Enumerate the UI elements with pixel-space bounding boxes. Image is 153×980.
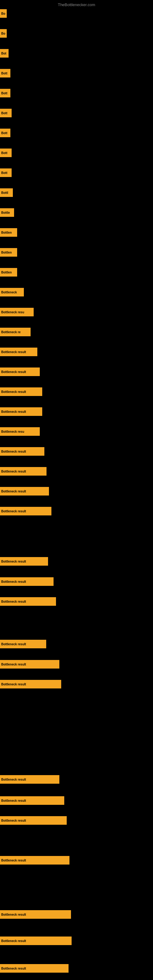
- bar-row: Bottleneck result: [0, 937, 72, 945]
- bar-row: Bott: [0, 129, 10, 137]
- bar-label: Bottlen: [1, 251, 12, 254]
- bar-row: Bottleneck result: [0, 856, 70, 865]
- bar-row: Bott: [0, 169, 12, 177]
- bar-label: Bo: [1, 12, 5, 15]
- bar-row: Bott: [0, 69, 10, 78]
- bar-label: Bottleneck result: [1, 643, 26, 646]
- bar-row: Bottleneck re: [0, 328, 30, 336]
- bar-row: Bottleneck result: [0, 387, 42, 396]
- bar-label: Bottleneck result: [1, 510, 26, 513]
- bar-row: Bottleneck result: [0, 660, 59, 668]
- bar-row: Bottleneck result: [0, 775, 59, 784]
- bar-label: Bottleneck result: [1, 600, 26, 603]
- bar-row: Bottlen: [0, 268, 17, 277]
- bar-label: Bottleneck result: [1, 470, 26, 473]
- bar-label: Bottlen: [1, 231, 12, 234]
- bar-label: Bott: [1, 131, 7, 135]
- bar-row: Bottleneck result: [0, 348, 37, 356]
- bar-label: Bottlen: [1, 271, 12, 274]
- bar-row: Bottlen: [0, 248, 17, 257]
- bar-row: Bottle: [0, 208, 14, 217]
- bar-row: Bottleneck: [0, 288, 24, 296]
- bar-label: Bott: [1, 151, 7, 155]
- bar-label: Bottleneck result: [1, 490, 26, 493]
- bar-label: Bottl: [1, 191, 8, 194]
- bar-label: Bottleneck result: [1, 450, 26, 453]
- bar-label: Bottleneck re: [1, 331, 21, 334]
- bar-label: Bottleneck result: [1, 350, 26, 354]
- bar-row: Bo: [0, 29, 7, 38]
- bar-row: Bottleneck result: [0, 680, 61, 689]
- bar-label: Bottleneck result: [1, 390, 26, 393]
- bar-row: Bottleneck result: [0, 487, 49, 495]
- bar-row: Bot: [0, 49, 9, 57]
- bar-row: Bottleneck result: [0, 964, 69, 973]
- bar-row: Bottleneck result: [0, 507, 51, 515]
- bar-label: Bott: [1, 92, 7, 95]
- bar-row: Bott: [0, 148, 12, 157]
- bar-label: Bot: [1, 52, 6, 55]
- bar-row: Bo: [0, 9, 7, 18]
- bar-label: Bottleneck: [1, 291, 17, 294]
- bar-label: Bottleneck resu: [1, 430, 24, 433]
- bar-label: Bott: [1, 171, 7, 175]
- bar-row: Bottleneck result: [0, 796, 64, 805]
- bar-row: Bottleneck result: [0, 577, 54, 586]
- bar-row: Bottleneck result: [0, 557, 48, 566]
- bar-label: Bottleneck result: [1, 682, 26, 686]
- bar-label: Bott: [1, 72, 7, 75]
- bar-label: Bott: [1, 111, 7, 115]
- bar-label: Bottleneck result: [1, 580, 26, 584]
- bar-row: Bottleneck result: [0, 640, 46, 648]
- bar-row: Bottleneck result: [0, 407, 42, 416]
- bar-row: Bott: [0, 109, 12, 117]
- bar-row: Bottl: [0, 188, 13, 197]
- bar-label: Bottleneck result: [1, 799, 26, 802]
- bar-label: Bottleneck result: [1, 370, 26, 374]
- bar-label: Bottleneck result: [1, 819, 26, 822]
- bar-label: Bottle: [1, 211, 10, 215]
- bar-label: Bottleneck result: [1, 913, 26, 916]
- bar-label: Bo: [1, 32, 5, 35]
- site-title: TheBottlenecker.com: [58, 2, 95, 7]
- bar-label: Bottleneck resu: [1, 310, 24, 314]
- bar-label: Bottleneck result: [1, 410, 26, 414]
- bar-row: Bottleneck result: [0, 447, 45, 456]
- bar-row: Bottleneck result: [0, 368, 40, 376]
- bar-label: Bottleneck result: [1, 967, 26, 970]
- bar-row: Bottleneck result: [0, 597, 56, 606]
- bar-row: Bottlen: [0, 228, 17, 237]
- bar-label: Bottleneck result: [1, 859, 26, 862]
- bar-label: Bottleneck result: [1, 560, 26, 563]
- bar-row: Bottleneck result: [0, 910, 71, 919]
- bar-row: Bottleneck resu: [0, 427, 40, 436]
- bar-label: Bottleneck result: [1, 778, 26, 781]
- bar-row: Bottleneck result: [0, 816, 67, 825]
- bar-row: Bottleneck resu: [0, 308, 33, 317]
- bar-row: Bott: [0, 89, 10, 97]
- bar-row: Bottleneck result: [0, 467, 46, 476]
- bar-label: Bottleneck result: [1, 663, 26, 666]
- bar-label: Bottleneck result: [1, 939, 26, 943]
